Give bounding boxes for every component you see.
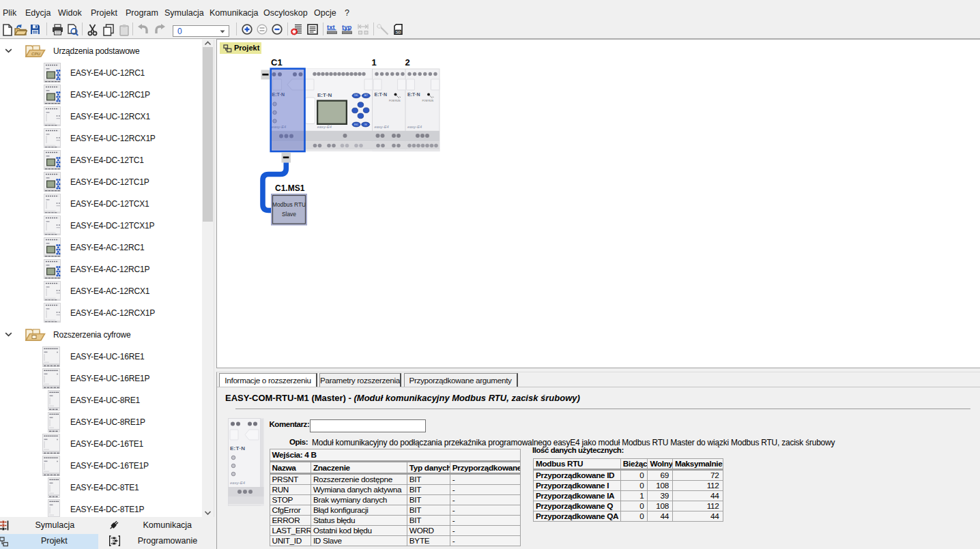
svg-text:E:T·N: E:T·N [317, 92, 332, 98]
svg-text:POW RUN: POW RUN [422, 100, 434, 102]
svg-text:POW RUN: POW RUN [389, 100, 401, 102]
svg-text:easy-E4: easy-E4 [375, 125, 389, 129]
svg-text:easy-E4: easy-E4 [317, 125, 332, 129]
svg-text:SD: SD [396, 30, 401, 34]
svg-text:ESC: ESC [354, 123, 359, 126]
svg-text:OK: OK [364, 123, 367, 126]
svg-text:1: 1 [372, 57, 377, 68]
svg-text:C1: C1 [271, 57, 283, 68]
svg-text:C1.MS1: C1.MS1 [275, 183, 305, 193]
svg-text:txt: txt [327, 24, 335, 31]
svg-text:E:T·N: E:T·N [375, 92, 388, 97]
svg-text:DEL: DEL [354, 94, 358, 97]
svg-text:2: 2 [405, 57, 410, 68]
svg-text:easy-E4: easy-E4 [407, 125, 422, 129]
svg-text:E:T·N: E:T·N [407, 92, 420, 97]
svg-text:typ: typ [342, 24, 351, 31]
svg-text:easy-E4: easy-E4 [230, 481, 246, 485]
svg-text:ALT: ALT [364, 94, 368, 97]
svg-text:Slave: Slave [282, 211, 296, 218]
svg-text:E:T·N: E:T·N [230, 445, 245, 451]
svg-text:Modbus RTU: Modbus RTU [272, 201, 306, 208]
